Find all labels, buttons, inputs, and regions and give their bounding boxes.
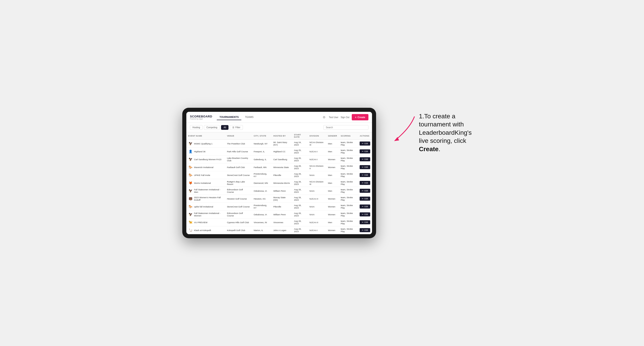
team-icon-7: 🐻 — [188, 196, 193, 201]
cell-actions-3: ✏ Edit — [358, 163, 372, 171]
cell-scoring-6: team, Stroke Play — [339, 187, 358, 195]
edit-icon-10: ✏ — [362, 221, 364, 223]
edit-button-6[interactable]: ✏ Edit — [360, 189, 370, 193]
filter-options-button[interactable]: ☰ Filter — [230, 125, 243, 130]
table-row: 🦙 Klash at Kokopelli Kokopelli Golf Club… — [186, 226, 372, 234]
cell-division-0: NCAA Division III — [308, 140, 326, 148]
annotation-part1: 1.To create a tournament with Leaderboar… — [419, 113, 472, 144]
cell-division-2: NJCAA I — [308, 156, 326, 163]
cell-venue-1: Park Hills Golf Course — [225, 148, 252, 156]
nav-bar: SCOREBOARD Powered by clippit TOURNAMENT… — [186, 112, 372, 123]
create-button[interactable]: + Create — [352, 114, 368, 120]
edit-icon-4: ✏ — [362, 174, 364, 176]
cell-venue-6: Edmundson Golf Course — [225, 187, 252, 195]
cell-actions-2: ✏ Edit — [358, 156, 372, 163]
team-icon-5: 🦊 — [188, 181, 193, 185]
cell-gender-6: Men — [326, 187, 339, 195]
cell-start-date-6: Aug 28, 2023 — [292, 187, 308, 195]
table-header: EVENT NAME VENUE CITY, STATE HOSTED BY S… — [186, 132, 372, 140]
cell-start-date-10: Aug 28, 2023 — [292, 218, 308, 226]
table-row: 🦮 VU PREVIEW Cypress Hills Golf Club Vin… — [186, 218, 372, 226]
settings-icon[interactable]: ⚙ — [322, 115, 326, 120]
col-city-state: CITY, STATE — [252, 132, 272, 140]
edit-icon-2: ✏ — [362, 158, 364, 161]
svg-marker-0 — [394, 137, 399, 141]
table-body: 🦅 MSMC Qualifying 1 The Powelton Club Ne… — [186, 140, 372, 234]
table-row: 🐎 Maverick Invitational Faribault Golf C… — [186, 163, 372, 171]
team-icon-0: 🦅 — [188, 141, 193, 146]
cell-event-name-10: 🦮 VU PREVIEW — [186, 218, 225, 226]
col-start-date: START DATE — [292, 132, 308, 140]
cell-division-7: NJCAA II — [308, 195, 326, 203]
cell-event-name-2: 🦅 Carl Sandburg Women FA23 — [186, 156, 225, 163]
cell-venue-9: Edmundson Golf Course — [225, 210, 252, 218]
nav-right: ⚙ Test User Sign Out + Create — [322, 114, 368, 120]
cell-hosted-by-2: Carl Sandburg — [272, 156, 292, 163]
sign-out-link[interactable]: Sign Out — [341, 116, 350, 119]
cell-venue-0: The Powelton Club — [225, 140, 252, 148]
event-name-3: Maverick Invitational — [194, 166, 214, 169]
cell-start-date-3: Aug 28, 2023 — [292, 163, 308, 171]
edit-button-4[interactable]: ✏ Edit — [360, 173, 370, 177]
cell-start-date-9: Aug 28, 2023 — [292, 210, 308, 218]
edit-button-7[interactable]: ✏ Edit — [360, 197, 370, 201]
cell-division-3: NCAA Division II — [308, 163, 326, 171]
cell-actions-1: ✏ Edit — [358, 148, 372, 156]
filter-icon: ☰ — [232, 126, 234, 129]
col-hosted-by: HOSTED BY — [272, 132, 292, 140]
cell-scoring-5: team, Stroke Play — [339, 179, 358, 187]
cell-city-state-0: Newburgh, NY — [252, 140, 272, 148]
col-gender: GENDER — [326, 132, 339, 140]
tablet-device: SCOREBOARD Powered by clippit TOURNAMENT… — [182, 108, 376, 238]
cell-scoring-4: team, Stroke Play — [339, 171, 358, 179]
edit-button-0[interactable]: ✏ Edit — [360, 142, 370, 146]
edit-button-3[interactable]: ✏ Edit — [360, 165, 370, 169]
cell-event-name-3: 🐎 Maverick Invitational — [186, 163, 225, 171]
cell-venue-5: Ruttger's Bay Lake Resort — [225, 179, 252, 187]
cell-gender-1: Men — [326, 148, 339, 156]
event-name-5: Morris Invitational — [194, 182, 211, 184]
cell-hosted-by-4: Pikeville — [272, 171, 292, 179]
edit-button-5[interactable]: ✏ Edit — [360, 181, 370, 185]
search-input[interactable] — [323, 125, 368, 130]
all-filter-button[interactable]: All — [221, 125, 228, 130]
cell-hosted-by-1: Highland CC — [272, 148, 292, 156]
cell-city-state-11: Marion, IL — [252, 226, 272, 234]
cell-venue-3: Faribault Golf Club — [225, 163, 252, 171]
cell-city-state-5: Deerwood, MN — [252, 179, 272, 187]
team-icon-9: 🦅 — [188, 212, 193, 217]
cell-scoring-3: team, Stroke Play — [339, 163, 358, 171]
cell-scoring-9: team, Stroke Play — [339, 210, 358, 218]
table-row: 🦊 Morris Invitational Ruttger's Bay Lake… — [186, 179, 372, 187]
hosting-filter-button[interactable]: Hosting — [190, 125, 202, 130]
logo-text: SCOREBOARD — [190, 115, 212, 118]
cell-scoring-7: team, Stroke Play — [339, 195, 358, 203]
cell-venue-7: Hesston Golf Course — [225, 195, 252, 203]
cell-division-11: NJCAA I — [308, 226, 326, 234]
edit-icon-1: ✏ — [362, 150, 364, 153]
logo-sub: Powered by clippit — [190, 118, 212, 120]
create-plus-icon: + — [355, 115, 357, 119]
cell-start-date-1: Aug 25, 2023 — [292, 148, 308, 156]
tab-tournaments[interactable]: TOURNAMENTS — [217, 114, 241, 120]
filter-bar: Hosting Competing All ☰ Filter — [186, 123, 372, 132]
competing-filter-button[interactable]: Competing — [204, 125, 220, 130]
tab-teams[interactable]: TEAMS — [242, 114, 256, 120]
cell-gender-9: Women — [326, 210, 339, 218]
edit-button-10[interactable]: ✏ Edit — [360, 220, 370, 224]
cell-city-state-4: Prestonsburg, KY — [252, 171, 272, 179]
team-icon-10: 🦮 — [188, 220, 193, 224]
edit-button-8[interactable]: ✏ Edit — [360, 204, 370, 208]
edit-button-2[interactable]: ✏ Edit — [360, 157, 370, 161]
edit-button-1[interactable]: ✏ Edit — [360, 149, 370, 154]
cell-venue-11: Kokopelli Golf Club — [225, 226, 252, 234]
cell-venue-10: Cypress Hills Golf Club — [225, 218, 252, 226]
cell-actions-6: ✏ Edit — [358, 187, 372, 195]
edit-button-9[interactable]: ✏ Edit — [360, 212, 370, 216]
col-actions: ACTIONS — [358, 132, 372, 140]
table-row: 🐎 upike fall invitational StoneCrest Gol… — [186, 203, 372, 210]
cell-gender-7: Women — [326, 195, 339, 203]
edit-button-11[interactable]: ✏ Edit — [360, 228, 370, 232]
cell-hosted-by-0: Mt. Saint Mary (NY) — [272, 140, 292, 148]
cell-scoring-10: team, Stroke Play — [339, 218, 358, 226]
